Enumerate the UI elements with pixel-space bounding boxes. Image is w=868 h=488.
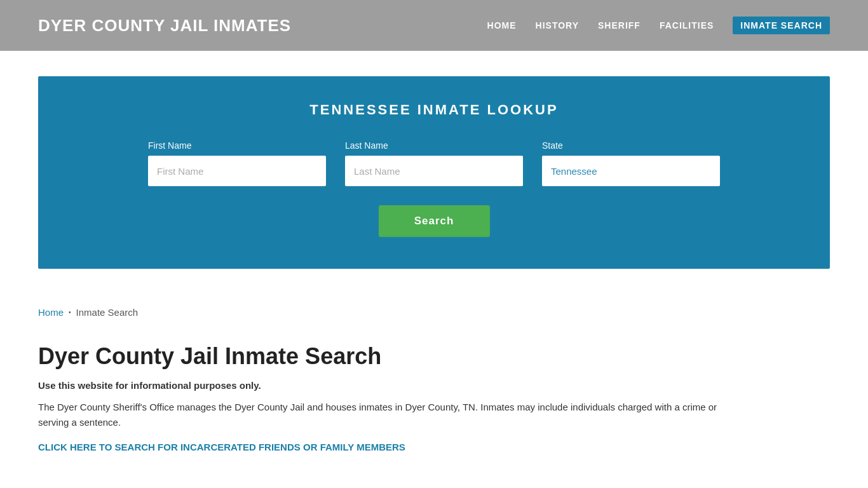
site-header: DYER COUNTY JAIL INMATES HOME HISTORY SH…	[0, 0, 868, 51]
last-name-input[interactable]	[345, 156, 523, 186]
breadcrumb-separator: •	[69, 309, 71, 316]
info-paragraph: The Dyer County Sheriff's Office manages…	[38, 400, 737, 430]
breadcrumb-current: Inmate Search	[76, 307, 139, 318]
state-input[interactable]	[542, 156, 720, 186]
last-name-label: Last Name	[345, 140, 523, 151]
page-title: Dyer County Jail Inmate Search	[38, 343, 830, 370]
click-here-link[interactable]: CLICK HERE to Search for Incarcerated Fr…	[38, 442, 405, 452]
last-name-group: Last Name	[345, 140, 523, 186]
inmate-lookup-section: TENNESSEE INMATE LOOKUP First Name Last …	[38, 76, 830, 269]
nav-facilities[interactable]: FACILITIES	[660, 20, 714, 30]
site-title: DYER COUNTY JAIL INMATES	[38, 16, 291, 36]
search-fields: First Name Last Name State	[76, 140, 792, 186]
main-nav: HOME HISTORY SHERIFF FACILITIES INMATE S…	[487, 17, 830, 34]
nav-inmate-search[interactable]: INMATE SEARCH	[733, 17, 830, 34]
first-name-input[interactable]	[148, 156, 326, 186]
state-label: State	[542, 140, 720, 151]
breadcrumb-home-link[interactable]: Home	[38, 307, 64, 318]
breadcrumb: Home • Inmate Search	[0, 294, 868, 330]
nav-home[interactable]: HOME	[487, 20, 517, 30]
info-bold-text: Use this website for informational purpo…	[38, 380, 830, 391]
first-name-group: First Name	[148, 140, 326, 186]
lookup-title: TENNESSEE INMATE LOOKUP	[76, 102, 792, 118]
main-content: Dyer County Jail Inmate Search Use this …	[0, 330, 868, 478]
search-button-wrap: Search	[76, 205, 792, 237]
state-group: State	[542, 140, 720, 186]
nav-sheriff[interactable]: SHERIFF	[598, 20, 641, 30]
search-button[interactable]: Search	[379, 205, 490, 237]
nav-history[interactable]: HISTORY	[536, 20, 579, 30]
first-name-label: First Name	[148, 140, 326, 151]
